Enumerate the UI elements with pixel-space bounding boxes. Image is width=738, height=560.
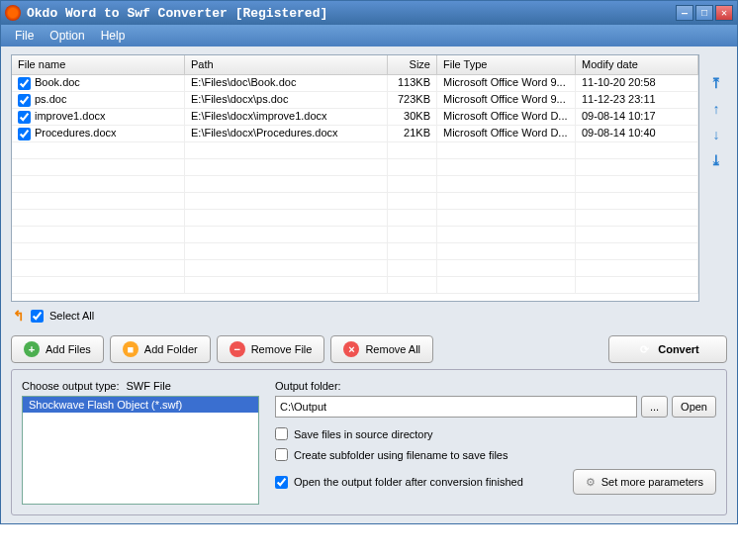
- menubar: File Option Help: [1, 25, 737, 47]
- cell-path: E:\Files\doc\Book.doc: [185, 75, 388, 91]
- select-all-label: Select All: [49, 310, 94, 322]
- cell-type: Microsoft Office Word 9...: [437, 92, 576, 108]
- output-type-label: Choose output type:: [22, 380, 119, 392]
- table-row: [12, 193, 698, 210]
- grid-header: File name Path Size File Type Modify dat…: [12, 55, 698, 75]
- table-row: [12, 142, 698, 159]
- convert-button[interactable]: ⟳Convert: [608, 335, 727, 363]
- move-top-button[interactable]: ⤒: [707, 74, 725, 92]
- cell-path: E:\Files\docx\ps.doc: [185, 92, 388, 108]
- col-header-date[interactable]: Modify date: [576, 55, 698, 74]
- remove-all-icon: ×: [343, 341, 359, 357]
- cell-date: 11-10-20 20:58: [576, 75, 698, 91]
- row-checkbox[interactable]: [18, 128, 31, 140]
- maximize-button[interactable]: □: [695, 5, 713, 21]
- menu-option[interactable]: Option: [42, 27, 92, 45]
- cell-date: 11-12-23 23:11: [576, 92, 698, 108]
- remove-all-button[interactable]: ×Remove All: [330, 335, 433, 363]
- browse-button[interactable]: ...: [641, 396, 668, 418]
- set-more-button[interactable]: ⚙Set more parameters: [573, 469, 716, 495]
- table-row[interactable]: ps.docE:\Files\docx\ps.doc723KBMicrosoft…: [12, 92, 698, 109]
- row-checkbox[interactable]: [18, 94, 31, 107]
- minimize-button[interactable]: —: [676, 5, 693, 21]
- settings-panel: Choose output type: SWF File Shockwave F…: [11, 369, 727, 515]
- col-header-type[interactable]: File Type: [437, 55, 576, 74]
- table-row: [12, 243, 698, 260]
- table-row[interactable]: Book.docE:\Files\doc\Book.doc113KBMicros…: [12, 75, 698, 92]
- row-checkbox[interactable]: [18, 77, 31, 90]
- table-row[interactable]: Procedures.docxE:\Files\docx\Procedures.…: [12, 126, 698, 142]
- close-button[interactable]: ✕: [715, 5, 733, 21]
- window-title: Okdo Word to Swf Converter [Registered]: [27, 6, 676, 21]
- cell-type: Microsoft Office Word D...: [437, 126, 576, 141]
- output-type-item[interactable]: Shockwave Flash Object (*.swf): [23, 397, 258, 413]
- reorder-panel: ⤒ ↑ ↓ ⤓: [705, 54, 727, 302]
- gear-icon: ⚙: [586, 476, 596, 489]
- cell-size: 30KB: [388, 109, 437, 125]
- cell-type: Microsoft Office Word 9...: [437, 75, 576, 91]
- plus-icon: +: [24, 341, 40, 357]
- output-folder-input[interactable]: [275, 396, 637, 418]
- add-files-button[interactable]: +Add Files: [11, 335, 104, 363]
- table-row: [12, 210, 698, 227]
- table-row: [12, 260, 698, 277]
- output-folder-label: Output folder:: [275, 380, 341, 392]
- open-after-label: Open the output folder after conversion …: [294, 476, 567, 488]
- col-header-path[interactable]: Path: [185, 55, 388, 74]
- open-after-checkbox[interactable]: [275, 476, 288, 489]
- menu-help[interactable]: Help: [93, 27, 134, 45]
- cell-date: 09-08-14 10:17: [576, 109, 698, 125]
- table-row: [12, 159, 698, 176]
- folder-icon: ■: [123, 341, 138, 357]
- output-type-value: SWF File: [127, 380, 171, 392]
- cell-size: 723KB: [388, 92, 437, 108]
- select-all-checkbox[interactable]: [31, 310, 44, 323]
- table-row: [12, 277, 698, 294]
- cell-path: E:\Files\docx\Procedures.docx: [185, 126, 388, 141]
- table-row: [12, 176, 698, 193]
- cell-size: 113KB: [388, 75, 437, 91]
- cell-path: E:\Files\docx\improve1.docx: [185, 109, 388, 125]
- subfolder-checkbox[interactable]: [275, 448, 288, 461]
- move-down-button[interactable]: ↓: [707, 126, 725, 143]
- col-header-size[interactable]: Size: [388, 55, 437, 74]
- save-source-checkbox[interactable]: [275, 427, 288, 440]
- file-grid[interactable]: File name Path Size File Type Modify dat…: [11, 54, 699, 302]
- minus-icon: −: [230, 341, 245, 357]
- remove-file-button[interactable]: −Remove File: [217, 335, 325, 363]
- cell-type: Microsoft Office Word D...: [437, 109, 576, 125]
- table-row[interactable]: improve1.docxE:\Files\docx\improve1.docx…: [12, 109, 698, 126]
- table-row: [12, 227, 698, 243]
- app-icon: [5, 5, 21, 21]
- titlebar: Okdo Word to Swf Converter [Registered] …: [1, 1, 737, 25]
- add-folder-button[interactable]: ■Add Folder: [110, 335, 211, 363]
- menu-file[interactable]: File: [7, 27, 42, 45]
- col-header-name[interactable]: File name: [12, 55, 185, 74]
- move-up-button[interactable]: ↑: [707, 100, 725, 118]
- convert-icon: ⟳: [636, 341, 652, 357]
- row-checkbox[interactable]: [18, 111, 31, 124]
- up-arrow-icon: ↰: [13, 308, 25, 324]
- cell-size: 21KB: [388, 126, 437, 141]
- output-type-list[interactable]: Shockwave Flash Object (*.swf): [22, 396, 259, 505]
- subfolder-label: Create subfolder using filename to save …: [294, 449, 507, 461]
- cell-date: 09-08-14 10:40: [576, 126, 698, 141]
- open-folder-button[interactable]: Open: [672, 396, 716, 418]
- save-source-label: Save files in source directory: [294, 428, 433, 440]
- move-bottom-button[interactable]: ⤓: [707, 151, 725, 169]
